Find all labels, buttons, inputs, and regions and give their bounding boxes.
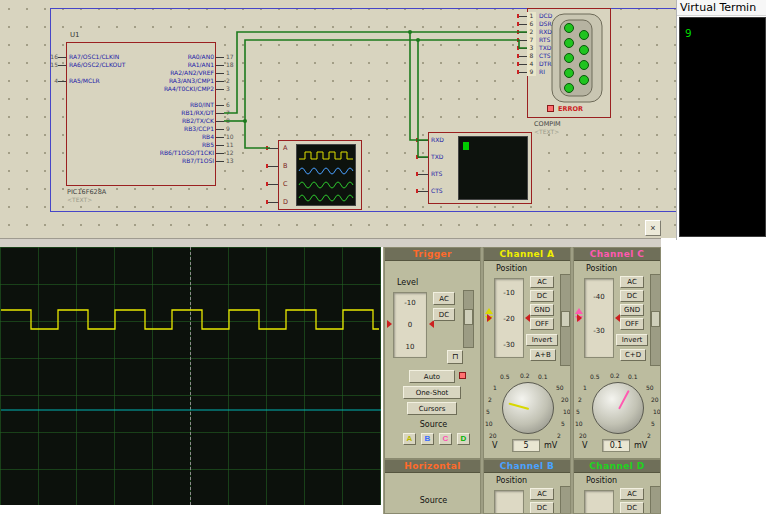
channel-a-gnd-button[interactable]: GND [530,304,554,316]
pin-row: 6DSR [517,20,587,28]
channel-d-dc-button[interactable]: DC [620,502,644,514]
dial-label: 10 [575,420,583,427]
pin-name: RI [536,68,545,76]
channel-c-sum-button[interactable]: C+D [620,349,646,361]
source-d-button[interactable]: D [457,433,470,445]
channel-c-scrollbar[interactable] [650,274,661,366]
channel-b-scrollbar[interactable] [560,486,571,514]
pin-row: RB2/TX/CK8 [70,117,240,125]
channel-c-title: Channel C [574,248,660,261]
source-a-button[interactable]: A [403,433,416,445]
pin-number: 4 [527,60,536,68]
pin-name: RB7/T1OSI [70,157,216,165]
pin-row: RB7/T1OSI13 [70,157,240,165]
channel-d-panel: Channel D Position AC DC [573,459,661,514]
channel-c-volts-knob[interactable] [592,382,644,434]
channel-d-scrollbar[interactable] [650,486,661,514]
channel-c-off-button[interactable]: OFF [620,318,644,330]
pin-number: 18 [224,61,240,69]
trigger-scrollbar[interactable] [463,290,474,348]
scale-label: -20 [495,315,523,323]
pin-name: RB3/CCP1 [70,125,216,133]
auto-button[interactable]: Auto [409,370,455,383]
dial-label: 0.1 [538,373,548,380]
dial-label: 1 [583,384,587,391]
pin-row [266,144,278,152]
channel-c-gnd-button[interactable]: GND [620,304,644,316]
dial-label: 5 [486,408,490,415]
trigger-ac-button[interactable]: AC [433,292,455,305]
pin-name: RA0/AN0 [70,53,216,61]
channel-b-ac-button[interactable]: AC [530,488,554,500]
mcu-text-placeholder: <TEXT> [67,196,92,203]
pin-row: RA1/AN118 [70,61,240,69]
scale-label: 0 [394,321,426,329]
channel-a-scroll-handle[interactable] [561,311,570,327]
pin-name: RA3/AN3/CMP1 [70,77,216,85]
channel-d-position-slider[interactable] [584,490,614,514]
compim-text-placeholder: <TEXT> [534,128,559,135]
level-marker-left-icon [387,320,392,328]
virtual-terminal-titlebar[interactable]: Virtual Termin [677,0,766,16]
pin-name: RXD [428,136,444,144]
pin-stub [418,157,428,158]
dial-label: 0.2 [520,372,530,379]
pin-number: 15 [44,61,58,69]
channel-c-panel: Channel C Position -40 -30 AC DC GND OFF… [573,247,661,459]
channel-a-position-slider[interactable]: -10 -20 -30 [494,278,524,358]
pin-stub [519,40,527,41]
source-c-button[interactable]: C [439,433,452,445]
pin-number: 9 [224,125,240,133]
channel-a-title: Channel A [484,248,570,261]
channel-c-invert-button[interactable]: Invert [616,334,648,346]
proteus-workspace: U1 PIC16F628A <TEXT> 16RA7/OSC1/CLKIN 15… [0,0,766,514]
channel-a-off-button[interactable]: OFF [530,318,554,330]
pin-stub [58,81,66,82]
pin-number: 11 [224,141,240,149]
channel-a-invert-button[interactable]: Invert [526,334,558,346]
scope-centerline [190,247,191,505]
channel-c-scroll-handle[interactable] [651,311,660,327]
channel-a-sum-button[interactable]: A+B [530,349,556,361]
pin-stub [519,64,527,65]
trigger-edge-button[interactable]: ⊓ [447,350,463,364]
schematic-canvas[interactable]: U1 PIC16F628A <TEXT> 16RA7/OSC1/CLKIN 15… [0,0,766,238]
channel-a-scrollbar[interactable] [560,274,571,366]
pin-number: 16 [44,53,58,61]
pin-row: 3TXD [517,44,587,52]
pin-stub [216,65,224,66]
compim-label: COMPIM [534,120,561,128]
mini-waveforms [297,145,355,205]
pin-name: RB2/TX/CK [70,117,216,125]
one-shot-button[interactable]: One-Shot [403,386,461,399]
trigger-dc-button[interactable]: DC [433,308,455,321]
pin-stub [418,140,428,141]
channel-b-dc-button[interactable]: DC [530,502,554,514]
close-button[interactable]: × [645,220,661,236]
pin-stub [418,174,428,175]
channel-a-value: 5 [512,439,540,452]
dial-label: 0.1 [628,373,638,380]
trigger-level-slider[interactable]: -10 0 10 [393,292,427,358]
pin-stub [519,56,527,57]
pin-name: RB5 [70,141,216,149]
dial-label: 10 [563,408,571,415]
pin-name: TXD [428,153,443,161]
channel-b-position-slider[interactable] [494,490,524,514]
trigger-scroll-handle[interactable] [464,309,473,325]
channel-d-ac-button[interactable]: AC [620,488,644,500]
dial-label: 2 [578,396,582,403]
channel-c-position-slider[interactable]: -40 -30 [584,278,614,358]
pin-number: 8 [224,117,240,125]
source-b-button[interactable]: B [421,433,434,445]
channel-a-volts-knob[interactable] [502,382,554,434]
cursors-button[interactable]: Cursors [407,402,457,415]
pin-name: RA1/AN1 [70,61,216,69]
pin-stub [519,16,527,17]
pin-number: 9 [527,68,536,76]
pin-number: 10 [224,133,240,141]
channel-c-ac-button[interactable]: AC [620,276,644,288]
channel-a-dc-button[interactable]: DC [530,290,554,302]
channel-c-dc-button[interactable]: DC [620,290,644,302]
channel-a-ac-button[interactable]: AC [530,276,554,288]
